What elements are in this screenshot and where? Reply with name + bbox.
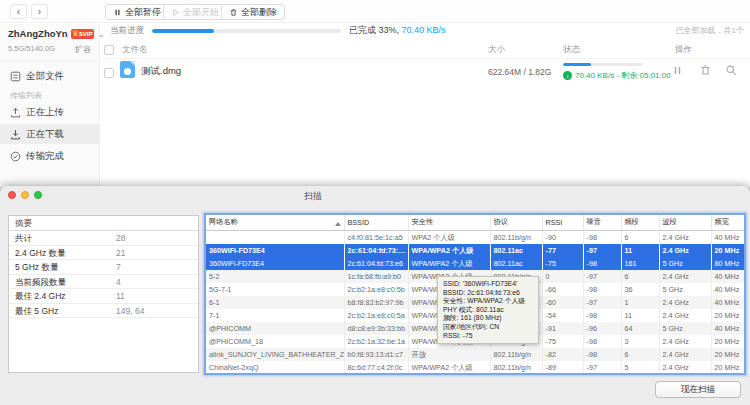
summary-label: 最佳 5 GHz bbox=[15, 304, 58, 319]
wifi-cell: 20 MHz bbox=[711, 244, 744, 257]
pause-icon bbox=[113, 8, 122, 17]
locate-file-button[interactable] bbox=[725, 64, 738, 77]
expand-storage-link[interactable]: 扩容 bbox=[75, 44, 91, 55]
file-size: 622.64M / 1.82G bbox=[488, 67, 551, 77]
col-header-size[interactable]: 大小 bbox=[488, 44, 505, 56]
wifi-cell: -98 bbox=[583, 335, 621, 348]
wifi-cell: -96 bbox=[583, 322, 621, 335]
wifi-cell: 11 bbox=[621, 244, 659, 257]
tooltip-line: 频段: 161 (80 MHz) bbox=[443, 314, 533, 323]
pause-all-button[interactable]: 全部暂停 bbox=[105, 4, 169, 20]
summary-row: 2.4 GHz 数量21 bbox=[9, 246, 198, 261]
wifi-cell: 5 GHz bbox=[659, 257, 711, 270]
nav-forward-button[interactable]: › bbox=[31, 4, 48, 19]
status-separator: - bbox=[616, 71, 619, 80]
user-account[interactable]: ZhAngZhoYn ♛ SVIP ⌄ bbox=[8, 28, 105, 39]
scanner-titlebar[interactable]: 扫描 bbox=[0, 186, 750, 204]
scanner-window: 扫描 摘要 共计282.4 GHz 数量215 GHz 数量7当前频段数量4最佳… bbox=[0, 186, 750, 405]
wifi-cell: 40 MHz bbox=[711, 296, 744, 309]
summary-label: 共计 bbox=[15, 231, 32, 246]
delete-all-button[interactable]: 全部删除 bbox=[221, 4, 285, 20]
wifi-col-header-6[interactable]: 噪音 bbox=[583, 215, 621, 230]
wifi-cell: 802.11ac bbox=[490, 244, 542, 257]
summary-value: 4 bbox=[116, 275, 121, 290]
wifi-cell: 2.4 GHz bbox=[659, 270, 711, 283]
wifi-header-row: 网络名称BSSID安全性协议RSSI噪音频段波段频宽 bbox=[206, 215, 744, 230]
wifi-col-header-1[interactable]: 网络名称 bbox=[206, 215, 344, 230]
nav-back-button[interactable]: ‹ bbox=[10, 4, 27, 19]
file-name: 测试.dmg bbox=[141, 65, 181, 78]
wifi-network-row[interactable]: alink_SUNJOY_LIVING_BATHHEATER_Zb0:f8:93… bbox=[206, 348, 744, 361]
wifi-cell: 5G-7-1 bbox=[206, 283, 344, 296]
scan-now-button[interactable]: 现在扫描 bbox=[655, 381, 741, 398]
wifi-cell: 36 bbox=[621, 283, 659, 296]
wifi-cell: -98 bbox=[583, 230, 621, 244]
wifi-cell: -97 bbox=[583, 270, 621, 283]
downloading-label: 正在下载 bbox=[26, 128, 64, 141]
svip-label: SVIP bbox=[79, 31, 93, 37]
wifi-cell: 40 MHz bbox=[711, 283, 744, 296]
download-icon bbox=[10, 129, 21, 140]
start-all-button[interactable]: 全部开始 bbox=[163, 4, 227, 20]
wifi-cell: 2c:b2:1a:32:be:1a bbox=[344, 335, 408, 348]
wifi-cell: 2c:61:04:fd:73:e6 bbox=[344, 257, 408, 270]
wifi-cell: -97 bbox=[583, 244, 621, 257]
wifi-cell: 开放 bbox=[408, 348, 490, 361]
pause-download-button[interactable] bbox=[671, 64, 684, 77]
summary-label: 2.4 GHz 数量 bbox=[15, 246, 66, 261]
wifi-cell: 2.4 GHz bbox=[659, 296, 711, 309]
zoom-window-button[interactable] bbox=[34, 191, 42, 199]
wifi-col-header-5[interactable]: RSSI bbox=[542, 215, 583, 230]
files-icon bbox=[10, 71, 21, 82]
select-all-checkbox[interactable] bbox=[104, 45, 114, 55]
summary-row: 5 GHz 数量7 bbox=[9, 260, 198, 275]
col-header-status[interactable]: 状态 bbox=[563, 44, 580, 56]
summary-row: 最佳 2.4 GHz11 bbox=[9, 289, 198, 304]
wifi-cell: 2.4 GHz bbox=[659, 348, 711, 361]
dmg-file-icon bbox=[120, 61, 135, 78]
svip-badge: ♛ SVIP bbox=[71, 29, 95, 39]
summary-value: 21 bbox=[116, 246, 125, 261]
progress-done-text: 已完成 33%, 70.40 KB/s bbox=[349, 24, 446, 37]
sidebar-item-all-files[interactable]: 全部文件 bbox=[0, 66, 100, 86]
wifi-cell: 40 MHz bbox=[711, 322, 744, 335]
wifi-cell: -77 bbox=[542, 244, 583, 257]
summary-panel: 摘要 共计282.4 GHz 数量215 GHz 数量7当前频段数量4最佳 2.… bbox=[8, 215, 199, 373]
row-checkbox[interactable] bbox=[104, 68, 114, 78]
wifi-cell: d8:c8:e9:3b:33:bb bbox=[344, 322, 408, 335]
wifi-cell: 20 MHz bbox=[711, 309, 744, 322]
delete-download-button[interactable] bbox=[699, 64, 712, 77]
file-remaining-time: 剩余 05:01:00 bbox=[621, 71, 670, 80]
summary-value: 149, 64 bbox=[116, 304, 144, 319]
wifi-cell: 360WiFi-FD73E4 bbox=[206, 244, 344, 257]
wifi-cell: -75 bbox=[542, 335, 583, 348]
col-header-filename[interactable]: 文件名 bbox=[122, 44, 148, 56]
all-files-label: 全部文件 bbox=[26, 70, 64, 83]
close-window-button[interactable] bbox=[8, 191, 16, 199]
sidebar-item-completed[interactable]: 传输完成 bbox=[0, 146, 100, 166]
wifi-network-row[interactable]: ChinaNet-2xqQ8c:6d:77:c4:2f:0cWPA/WPA2 个… bbox=[206, 361, 744, 374]
chevron-down-icon[interactable]: ⌄ bbox=[97, 30, 105, 38]
wifi-cell: c4:f0:81:5e:1c:a5 bbox=[344, 230, 408, 244]
pause-all-label: 全部暂停 bbox=[125, 5, 161, 19]
wifi-network-row[interactable]: 360WiFi-FD73E42c:61:04:fd:73:e6WPA/WPA2 … bbox=[206, 257, 744, 270]
sidebar-item-downloading[interactable]: 正在下载 1 bbox=[0, 124, 100, 144]
wifi-network-row[interactable]: c4:f0:81:5e:1c:a5WPA2 个人级802.11b/g/n-90-… bbox=[206, 230, 744, 244]
file-progress-bar bbox=[563, 63, 643, 66]
wifi-col-header-9[interactable]: 频宽 bbox=[711, 215, 744, 230]
wifi-cell: ChinaNet-2xqQ bbox=[206, 361, 344, 374]
wifi-cell: 5 GHz bbox=[659, 283, 711, 296]
wifi-cell: -98 bbox=[583, 283, 621, 296]
wifi-col-header-7[interactable]: 频段 bbox=[621, 215, 659, 230]
wifi-cell: 2.4 GHz bbox=[659, 244, 711, 257]
wifi-col-header-4[interactable]: 协议 bbox=[490, 215, 542, 230]
wifi-cell: 802.11b/g/n bbox=[490, 230, 542, 244]
user-name: ZhAngZhoYn bbox=[8, 28, 68, 39]
wifi-cell: -91 bbox=[542, 322, 583, 335]
wifi-col-header-2[interactable]: BSSID bbox=[344, 215, 408, 230]
wifi-col-header-3[interactable]: 安全性 bbox=[408, 215, 490, 230]
wifi-network-row[interactable]: 360WiFi-FD73E42c:61:04:fd:73:…WPA/WPA2 个… bbox=[206, 244, 744, 257]
wifi-col-header-8[interactable]: 波段 bbox=[659, 215, 711, 230]
sidebar-item-uploading[interactable]: 正在上传 bbox=[0, 102, 100, 122]
minimize-window-button[interactable] bbox=[21, 191, 29, 199]
